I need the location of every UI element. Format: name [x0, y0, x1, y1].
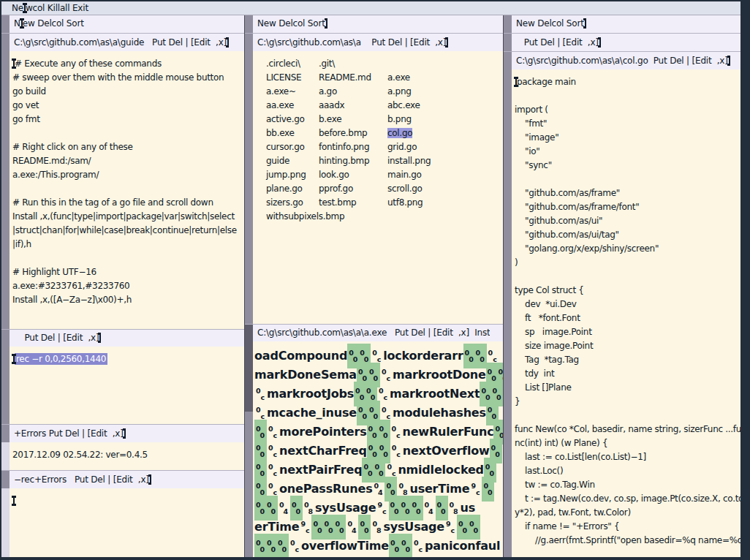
selected-file[interactable]: col.go: [387, 128, 412, 138]
text-area[interactable]: # Execute any of these commands# sweep o…: [10, 51, 244, 329]
file-cell[interactable]: hinting.bmp: [319, 154, 387, 168]
drag-box[interactable]: [504, 34, 512, 51]
text-line[interactable]: List []Plane: [515, 381, 740, 395]
text-line[interactable]: ft *font.Font: [515, 311, 740, 325]
scrollbar-thumb[interactable]: [245, 341, 253, 412]
drag-box[interactable]: [245, 325, 253, 341]
text-line[interactable]: "golang.org/x/exp/shiny/screen": [515, 242, 740, 256]
file-cell[interactable]: jump.png: [266, 168, 319, 182]
drag-box[interactable]: [245, 34, 253, 51]
text-line[interactable]: last.Loc(): [515, 464, 740, 478]
text-line[interactable]: "github.com/as/ui": [515, 214, 740, 228]
file-name[interactable]: a.exe~: [266, 86, 296, 97]
column-tag[interactable]: New Delcol Sort: [504, 15, 740, 33]
text-line[interactable]: # Run this in the tag of a go file and s…: [12, 196, 244, 210]
text-area[interactable]: 2017.12.09 02.54.22: ver=0.4.5: [10, 442, 244, 470]
file-name[interactable]: aaadx: [319, 100, 344, 110]
window-tag[interactable]: C:\g\src\github.com\as\a\a.exe Put Del |…: [245, 324, 503, 341]
text-line[interactable]: "fmt": [515, 117, 740, 131]
window-tag[interactable]: C:\g\src\github.com\as\a\col.go Put Del …: [504, 51, 740, 69]
file-cell[interactable]: cursor.go: [266, 140, 319, 154]
file-cell[interactable]: aa.exe: [266, 99, 319, 113]
drag-box[interactable]: [1, 34, 10, 51]
file-name[interactable]: aa.exe: [266, 100, 294, 110]
text-line[interactable]: //g.aerr(fmt.Sprintf("open basedir=%q na…: [515, 534, 740, 548]
file-name[interactable]: guide: [266, 156, 289, 166]
file-name[interactable]: jump.png: [266, 170, 306, 180]
file-name[interactable]: sizers.go: [266, 197, 303, 208]
text-line[interactable]: a.exe:/This.program/: [12, 168, 244, 182]
file-name[interactable]: abc.exe: [387, 100, 420, 110]
text-line[interactable]: sp image.Point: [515, 325, 740, 339]
file-name[interactable]: .git\: [319, 58, 335, 69]
text-line[interactable]: Install ,x,(func|type|import|package|var…: [12, 210, 244, 224]
drag-box[interactable]: [1, 330, 10, 347]
file-cell[interactable]: .git\: [319, 57, 387, 71]
text-line[interactable]: # Execute any of these commands: [12, 57, 244, 71]
text-line[interactable]: [515, 173, 740, 186]
scrollbar[interactable]: [1, 51, 10, 329]
file-cell[interactable]: sizers.go: [266, 196, 319, 210]
file-name[interactable]: install.png: [387, 156, 431, 166]
column-tag[interactable]: New Delcol Sort: [245, 15, 503, 33]
file-cell[interactable]: before.bmp: [319, 126, 387, 140]
text-line[interactable]: [515, 270, 740, 284]
text-line[interactable]: [12, 251, 244, 265]
file-cell[interactable]: guide: [266, 154, 319, 168]
scrollbar[interactable]: [1, 442, 10, 470]
file-name[interactable]: pprof.go: [319, 183, 353, 194]
scrollbar[interactable]: [245, 51, 253, 324]
text-area[interactable]: package mainimport ( "fmt" "image" "io" …: [512, 69, 740, 557]
text-line[interactable]: |struct|chan|for|while|case|break|contin…: [12, 224, 244, 238]
file-cell[interactable]: withsubpixels.bmp: [266, 210, 319, 224]
file-name[interactable]: grid.go: [387, 142, 417, 152]
file-name[interactable]: a.exe: [387, 72, 410, 83]
file-cell[interactable]: a.exe: [387, 71, 503, 85]
text-line[interactable]: |if),h: [12, 238, 244, 251]
file-cell[interactable]: b.png: [387, 113, 503, 126]
text-line[interactable]: package main: [515, 75, 740, 89]
text-line[interactable]: t := tag.New(co.dev, co.sp, image.Pt(co.…: [515, 492, 740, 506]
text-area[interactable]: oadCompound00000clockorderarr00000cmarkD…: [253, 341, 503, 557]
text-line[interactable]: "github.com/as/ui/tag": [515, 228, 740, 242]
text-line[interactable]: y*2), pad, tw.Font, tw.Color): [515, 506, 740, 520]
text-line[interactable]: ): [515, 256, 740, 270]
file-cell[interactable]: plane.go: [266, 182, 319, 196]
window-tag[interactable]: Put Del | [Edit ,x]: [504, 33, 740, 51]
file-name[interactable]: LICENSE: [266, 72, 301, 83]
text-line[interactable]: README.md:/sam/: [12, 154, 244, 168]
file-cell[interactable]: aaadx: [319, 99, 387, 113]
file-name[interactable]: a.go: [319, 86, 337, 97]
text-line[interactable]: go vet: [12, 99, 244, 113]
file-cell[interactable]: look.go: [319, 168, 387, 182]
text-line[interactable]: # Right click on any of these: [12, 140, 244, 154]
text-line[interactable]: 2017.12.09 02.54.22: ver=0.4.5: [12, 448, 244, 462]
drag-box[interactable]: [1, 425, 10, 442]
drag-box[interactable]: [1, 15, 10, 33]
text-line[interactable]: go fmt: [12, 113, 244, 126]
file-cell[interactable]: fontinfo.png: [319, 140, 387, 154]
scrollbar[interactable]: [1, 488, 10, 557]
file-name[interactable]: bb.exe: [266, 128, 295, 138]
file-name[interactable]: utf8.png: [387, 197, 423, 208]
text-line[interactable]: # sweep over them with the middle mouse …: [12, 71, 244, 85]
file-cell[interactable]: b.exe: [319, 113, 387, 126]
file-cell[interactable]: test.bmp: [319, 196, 387, 210]
scrollbar[interactable]: [504, 69, 512, 557]
text-line[interactable]: import (: [515, 103, 740, 117]
text-line[interactable]: [12, 494, 244, 508]
file-cell[interactable]: [387, 210, 503, 224]
file-name[interactable]: before.bmp: [319, 128, 367, 138]
file-cell[interactable]: a.exe~: [266, 85, 319, 99]
text-area[interactable]: .circleci\.git\LICENSEREADME.mda.exea.ex…: [253, 51, 503, 324]
file-cell[interactable]: col.go: [387, 126, 503, 140]
text-line[interactable]: Install ,x,([A−Za−z]\x00)+,h: [12, 293, 244, 307]
text-line[interactable]: nc(int) int) (w Plane) {: [515, 436, 740, 450]
window-tag[interactable]: Put Del | [Edit ,x]: [1, 329, 244, 347]
file-cell[interactable]: main.go: [387, 168, 503, 182]
text-line[interactable]: dev *ui.Dev: [515, 298, 740, 311]
text-line[interactable]: "github.com/as/frame/font": [515, 200, 740, 214]
drag-box[interactable]: [504, 52, 512, 69]
text-line[interactable]: "sync": [515, 159, 740, 173]
text-line[interactable]: func New(co *Col, basedir, name string, …: [515, 423, 740, 436]
